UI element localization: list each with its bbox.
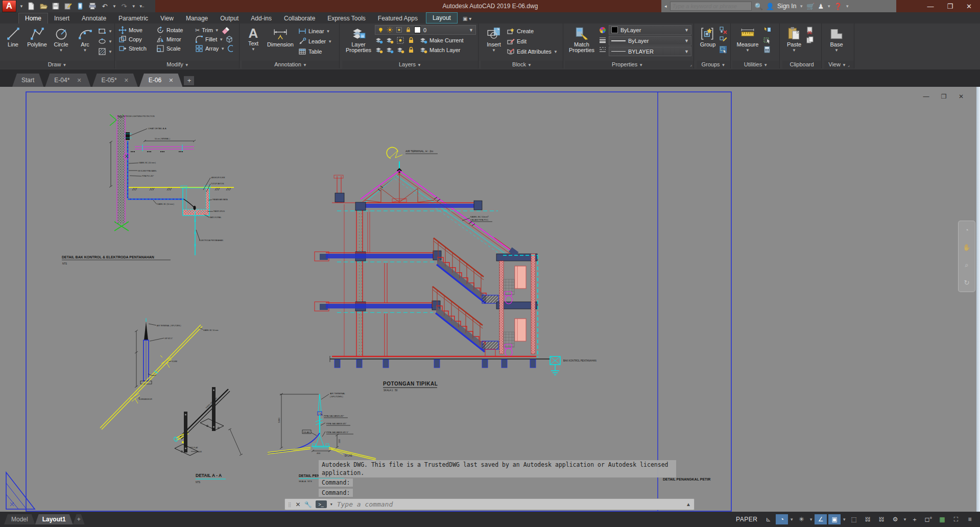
- copy-clip-icon[interactable]: [806, 36, 814, 44]
- layer-dropdown[interactable]: 0 ▼: [375, 25, 476, 35]
- stretch-button[interactable]: Stretch: [118, 44, 151, 53]
- drawing-window-controls[interactable]: — ❐ ✕: [923, 93, 969, 100]
- panel-view-footer[interactable]: View ▼ ⌟: [824, 61, 854, 68]
- search-input[interactable]: [670, 2, 752, 11]
- arc-button[interactable]: Arc▼: [74, 25, 96, 53]
- open-file-icon[interactable]: [39, 2, 48, 11]
- snap-mode-icon[interactable]: ◔: [776, 514, 788, 524]
- orbit-icon[interactable]: ↻: [964, 279, 970, 286]
- panel-layers-footer[interactable]: Layers ▼: [342, 61, 478, 68]
- linetype-icon[interactable]: [599, 45, 607, 54]
- redo-chevron-icon[interactable]: ▼: [132, 4, 136, 9]
- linear-button[interactable]: Linear▼: [298, 27, 332, 35]
- insert-block-button[interactable]: Insert▼: [483, 25, 505, 53]
- annotation-monitor-icon[interactable]: ＋: [909, 514, 921, 524]
- command-grip[interactable]: ⣿: [288, 502, 292, 507]
- layer-freeze-tool-icon[interactable]: [396, 36, 404, 44]
- cad-drawing[interactable]: text{font-family:"Liberation Sans",sans-…: [0, 87, 980, 512]
- ortho-icon[interactable]: ∠: [815, 514, 827, 524]
- steering-wheel-icon[interactable]: ◔: [965, 226, 969, 234]
- new-drawing-tab-button[interactable]: +: [184, 76, 194, 85]
- file-tab-e06[interactable]: E-06✕: [139, 74, 183, 87]
- lineweight-icon[interactable]: [599, 36, 607, 44]
- redo-icon[interactable]: ↷: [119, 2, 129, 11]
- layer-unisolate-icon[interactable]: [386, 36, 394, 44]
- save-icon[interactable]: [51, 2, 60, 11]
- graphics-performance-icon[interactable]: ▦: [936, 514, 948, 524]
- file-tab-e04[interactable]: E-04*✕: [45, 74, 90, 87]
- tab-express-tools[interactable]: Express Tools: [321, 13, 371, 23]
- layer-unlock-icon[interactable]: [407, 46, 415, 54]
- tab-featured-apps[interactable]: Featured Apps: [372, 13, 424, 23]
- osnap-chevron-icon[interactable]: ▼: [842, 517, 846, 522]
- tab-parametric[interactable]: Parametric: [112, 13, 154, 23]
- autodesk-share-icon[interactable]: ♟: [818, 3, 824, 10]
- close-tab-icon[interactable]: ✕: [77, 77, 81, 84]
- annotation-visibility-icon[interactable]: 𝍌: [875, 514, 888, 524]
- line-button[interactable]: Line: [2, 25, 24, 47]
- tab-layout[interactable]: Layout: [426, 12, 458, 23]
- make-current-button[interactable]: Make Current: [419, 36, 464, 44]
- id-point-icon[interactable]: [763, 36, 771, 44]
- layer-vpfreeze-icon[interactable]: [396, 46, 404, 54]
- measure-button[interactable]: Measure▼: [734, 25, 761, 53]
- lineweight-dropdown[interactable]: ByLayer▼: [609, 36, 691, 45]
- close-button[interactable]: ✕: [966, 3, 972, 10]
- tab-manage[interactable]: Manage: [180, 13, 214, 23]
- polyline-button[interactable]: Polyline: [26, 25, 48, 47]
- restore-button[interactable]: ❐: [947, 3, 953, 10]
- tab-collaborate[interactable]: Collaborate: [278, 13, 321, 23]
- object-color-dropdown[interactable]: ByLayer▼: [609, 25, 691, 35]
- create-block-button[interactable]: Create: [507, 27, 558, 35]
- rectangle-button[interactable]: ▼: [98, 27, 112, 35]
- file-tab-start[interactable]: Start: [12, 74, 43, 87]
- copy-button[interactable]: Copy: [118, 35, 151, 43]
- table-button[interactable]: Table: [298, 47, 332, 56]
- zoom-icon[interactable]: ⌕: [965, 261, 968, 269]
- layer-properties-button[interactable]: Layer Properties: [344, 25, 373, 53]
- edit-attributes-button[interactable]: Edit Attributes▼: [507, 47, 558, 56]
- panel-modify-footer[interactable]: Modify ▼: [116, 61, 239, 68]
- navigation-bar[interactable]: ◔ ✋ ⌕ ↻: [958, 221, 975, 292]
- dimension-button[interactable]: Dimension: [265, 25, 296, 47]
- scale-button[interactable]: Scale: [156, 44, 190, 53]
- quick-select-icon[interactable]: [763, 26, 771, 34]
- units-icon[interactable]: ◻°: [922, 514, 935, 524]
- polar-chevron-icon[interactable]: ▼: [809, 517, 813, 522]
- command-bar[interactable]: ⣿ ✕ 🔧 >_ ▾ ▲: [284, 498, 695, 510]
- layer-lock-tool-icon[interactable]: [407, 36, 415, 44]
- model-tab[interactable]: Model: [4, 514, 35, 524]
- trim-button[interactable]: ✂Trim▼: [195, 26, 229, 34]
- panel-groups-footer[interactable]: Groups ▼: [697, 61, 730, 68]
- annotation-scale-icon[interactable]: 𝍌: [862, 514, 874, 524]
- match-layer-button[interactable]: Match Layer: [419, 46, 461, 54]
- panel-properties-footer[interactable]: Properties ▼ ⌟: [565, 61, 694, 68]
- mirror-button[interactable]: Mirror: [156, 35, 190, 43]
- new-layout-button[interactable]: +: [73, 514, 85, 524]
- ribbon-minimize-icon[interactable]: ▣ ▾: [463, 16, 471, 23]
- undo-icon[interactable]: ↶: [100, 2, 109, 11]
- app-store-cart-icon[interactable]: 🛒: [806, 3, 815, 10]
- layer-off-icon[interactable]: [375, 46, 383, 54]
- logo-chevron-icon[interactable]: ▼: [19, 4, 23, 9]
- tab-insert[interactable]: Insert: [48, 13, 76, 23]
- group-selection-icon[interactable]: [719, 45, 727, 54]
- edit-block-button[interactable]: Edit: [507, 37, 558, 45]
- rotate-button[interactable]: Rotate: [156, 26, 190, 34]
- command-customize-icon[interactable]: 🔧: [304, 501, 312, 508]
- layer-walk-icon[interactable]: [386, 46, 394, 54]
- layout1-tab[interactable]: Layout1: [35, 514, 73, 524]
- move-button[interactable]: Move: [118, 26, 151, 34]
- clean-screen-icon[interactable]: ⛶: [950, 514, 962, 524]
- base-button[interactable]: Base▼: [826, 25, 847, 53]
- quick-calc-icon[interactable]: [763, 45, 771, 54]
- drawing-scrollbar[interactable]: [976, 87, 980, 512]
- color-wheel-icon[interactable]: [599, 26, 607, 34]
- panel-annotation-footer[interactable]: Annotation ▼: [242, 61, 339, 68]
- command-expand-icon[interactable]: ▲: [686, 501, 691, 507]
- pan-icon[interactable]: ✋: [963, 244, 971, 251]
- customization-menu-icon[interactable]: ≡: [964, 514, 976, 524]
- command-close-icon[interactable]: ✕: [296, 501, 301, 508]
- tab-output[interactable]: Output: [214, 13, 245, 23]
- polar-tracking-icon[interactable]: ✳: [795, 514, 807, 524]
